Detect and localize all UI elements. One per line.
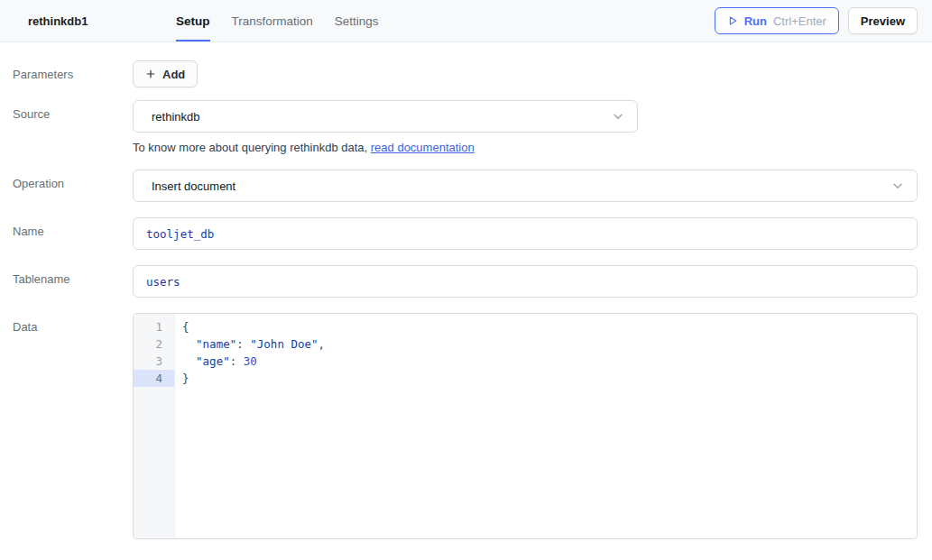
- add-parameter-button[interactable]: Add: [133, 60, 198, 87]
- code-line[interactable]: }: [182, 370, 917, 387]
- play-icon: [727, 15, 738, 26]
- tab-settings[interactable]: Settings: [335, 0, 379, 41]
- preview-button-label: Preview: [861, 14, 905, 28]
- source-help-text: To know more about querying rethinkdb da…: [133, 141, 918, 154]
- plus-icon: [145, 69, 156, 79]
- query-setup-panel: Parameters Add Source rethinkdb To know …: [0, 42, 932, 539]
- tablename-row: Tablename: [13, 265, 918, 298]
- tablename-input[interactable]: [133, 265, 918, 298]
- editor-code[interactable]: { "name": "John Doe", "age": 30}: [175, 314, 917, 538]
- editor-gutter: 1234: [134, 314, 175, 538]
- data-row: Data 1234 { "name": "John Doe", "age": 3…: [13, 313, 918, 539]
- tab-transformation[interactable]: Transformation: [232, 0, 313, 41]
- operation-select-value: Insert document: [152, 179, 235, 193]
- source-label: Source: [13, 100, 133, 154]
- name-row: Name: [13, 217, 918, 250]
- line-number: 1: [134, 318, 174, 335]
- source-select-value: rethinkdb: [152, 110, 199, 124]
- name-label: Name: [13, 217, 133, 250]
- add-parameter-label: Add: [162, 68, 185, 81]
- topbar-actions: Run Ctrl+Enter Preview: [715, 0, 918, 41]
- code-line[interactable]: "age": 30: [182, 353, 917, 370]
- query-editor-header: rethinkdb1 Setup Transformation Settings…: [0, 0, 932, 42]
- source-row: Source rethinkdb To know more about quer…: [13, 100, 918, 154]
- line-number: 2: [134, 335, 174, 353]
- query-title: rethinkdb1: [28, 0, 176, 41]
- editor-tabs: Setup Transformation Settings: [176, 0, 379, 41]
- line-number: 4: [134, 370, 174, 387]
- run-button-label: Run: [744, 14, 767, 28]
- name-input[interactable]: [133, 217, 918, 250]
- run-button[interactable]: Run Ctrl+Enter: [715, 7, 839, 34]
- data-label: Data: [13, 313, 133, 539]
- parameters-row: Parameters Add: [13, 60, 918, 87]
- chevron-down-icon: [891, 179, 904, 192]
- tablename-label: Tablename: [13, 265, 133, 298]
- run-shortcut-hint: Ctrl+Enter: [773, 14, 826, 28]
- source-help-prefix: To know more about querying rethinkdb da…: [133, 141, 371, 154]
- code-line[interactable]: "name": "John Doe",: [182, 335, 917, 353]
- operation-label: Operation: [13, 170, 133, 202]
- read-documentation-link[interactable]: read documentation: [371, 141, 475, 154]
- parameters-label: Parameters: [13, 60, 133, 87]
- operation-row: Operation Insert document: [13, 170, 918, 202]
- preview-button[interactable]: Preview: [848, 7, 918, 34]
- tab-setup[interactable]: Setup: [176, 0, 210, 41]
- source-select[interactable]: rethinkdb: [133, 100, 638, 133]
- operation-select[interactable]: Insert document: [133, 170, 918, 202]
- code-line[interactable]: {: [182, 318, 917, 335]
- chevron-down-icon: [612, 110, 624, 123]
- line-number: 3: [134, 353, 174, 370]
- data-code-editor[interactable]: 1234 { "name": "John Doe", "age": 30}: [133, 313, 918, 539]
